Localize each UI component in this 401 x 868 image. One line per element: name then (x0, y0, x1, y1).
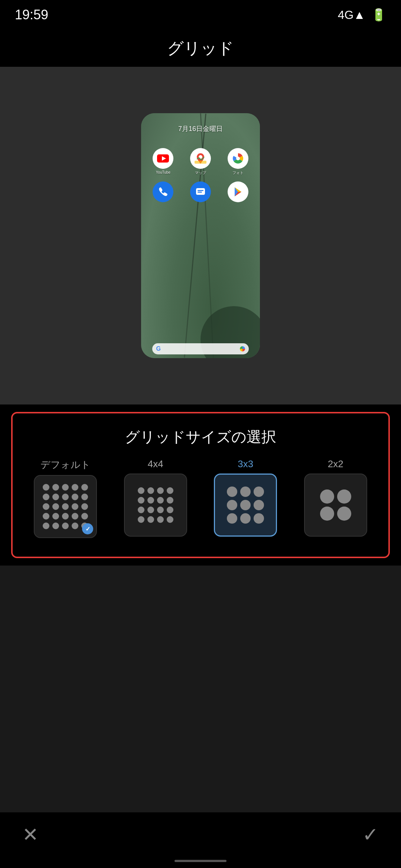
grid-box-3x3[interactable] (214, 474, 277, 537)
dot-grid-2x2 (320, 489, 351, 521)
dot (52, 513, 59, 520)
dot (138, 497, 144, 504)
cancel-button[interactable]: ✕ (22, 823, 39, 846)
google-g-icon: G (156, 345, 160, 352)
dot (43, 484, 49, 491)
dot (52, 484, 59, 491)
phone-icon (153, 181, 173, 202)
dot (43, 513, 49, 520)
search-assistant-icon (240, 346, 245, 351)
bottom-bar: ✕ ✓ (0, 812, 401, 868)
dot (62, 523, 69, 529)
photos-label: フォト (232, 170, 244, 176)
dot (337, 489, 351, 504)
dot (227, 487, 237, 497)
dot (227, 500, 237, 510)
dot (72, 513, 78, 520)
dot (240, 513, 251, 524)
dot (320, 489, 334, 504)
svg-rect-7 (196, 188, 205, 195)
phone-preview: 7月16日金曜日 YouTube (141, 113, 260, 358)
status-bar: 19:59 4G▲ 🔋 (0, 0, 401, 30)
dot (157, 516, 164, 523)
dot (157, 507, 164, 513)
dot-grid-4x4 (138, 487, 173, 523)
phone-search-bar: G (152, 343, 248, 354)
grid-option-default[interactable]: デフォルト (24, 458, 107, 538)
preview-area: 7月16日金曜日 YouTube (0, 67, 401, 404)
grid-box-2x2[interactable] (304, 474, 367, 537)
dot (62, 513, 69, 520)
dot (43, 503, 49, 510)
svg-rect-9 (198, 192, 202, 193)
grid-box-4x4[interactable] (124, 474, 187, 537)
app-grid-row2 (147, 181, 254, 204)
dot (72, 503, 78, 510)
dot (52, 523, 59, 529)
confirm-button[interactable]: ✓ (362, 823, 379, 846)
dot (138, 507, 144, 513)
battery-icon: 🔋 (371, 8, 386, 22)
app-youtube: YouTube (147, 148, 179, 176)
grid-default-label: デフォルト (40, 458, 91, 471)
grid-2x2-label: 2x2 (328, 458, 343, 470)
dot (240, 500, 251, 510)
selected-check (82, 523, 93, 534)
status-icons: 4G▲ 🔋 (338, 8, 386, 22)
home-indicator (175, 860, 226, 862)
youtube-label: YouTube (156, 170, 170, 174)
dot (320, 507, 334, 521)
maps-label: マップ (195, 170, 206, 176)
grid-option-3x3[interactable]: 3x3 (204, 458, 287, 538)
dot-grid-3x3 (227, 487, 264, 524)
dot (337, 507, 351, 521)
youtube-icon (153, 148, 173, 169)
app-grid-row1: YouTube マップ (147, 148, 254, 176)
dot (157, 497, 164, 504)
dot (240, 487, 251, 497)
grid-options-container: デフォルト (24, 458, 377, 538)
dot (72, 523, 78, 529)
messages-icon (190, 181, 211, 202)
dot (147, 497, 154, 504)
signal-icon: 4G▲ (338, 8, 365, 22)
dot (62, 503, 69, 510)
dot (138, 487, 144, 494)
grid-box-default[interactable] (34, 475, 97, 538)
maps-icon (190, 148, 211, 169)
dot (81, 513, 88, 520)
dot (147, 516, 154, 523)
header: グリッド (0, 30, 401, 67)
svg-rect-4 (195, 161, 206, 164)
app-phone (147, 181, 179, 204)
dot (81, 484, 88, 491)
photos-icon (228, 148, 248, 169)
grid-selection-border: グリッドサイズの選択 デフォルト (11, 412, 390, 558)
dot (147, 507, 154, 513)
dot (254, 487, 264, 497)
status-time: 19:59 (15, 7, 48, 23)
dot (81, 503, 88, 510)
dot (147, 487, 154, 494)
phone-date: 7月16日金曜日 (178, 124, 223, 133)
grid-selection-section: グリッドサイズの選択 デフォルト (0, 404, 401, 566)
dot (62, 494, 69, 500)
dot (167, 507, 173, 513)
dot (52, 494, 59, 500)
dot (167, 497, 173, 504)
app-maps: マップ (185, 148, 217, 176)
dot (72, 494, 78, 500)
play-icon (228, 181, 248, 202)
dot (167, 516, 173, 523)
app-play (222, 181, 254, 204)
dot (43, 494, 49, 500)
grid-option-4x4[interactable]: 4x4 (114, 458, 198, 538)
dot (81, 494, 88, 500)
phone-content: 7月16日金曜日 YouTube (141, 113, 260, 358)
dot (43, 523, 49, 529)
svg-point-6 (236, 157, 240, 160)
grid-option-2x2[interactable]: 2x2 (294, 458, 378, 538)
page-title: グリッド (167, 37, 234, 59)
dot (254, 500, 264, 510)
dot (254, 513, 264, 524)
